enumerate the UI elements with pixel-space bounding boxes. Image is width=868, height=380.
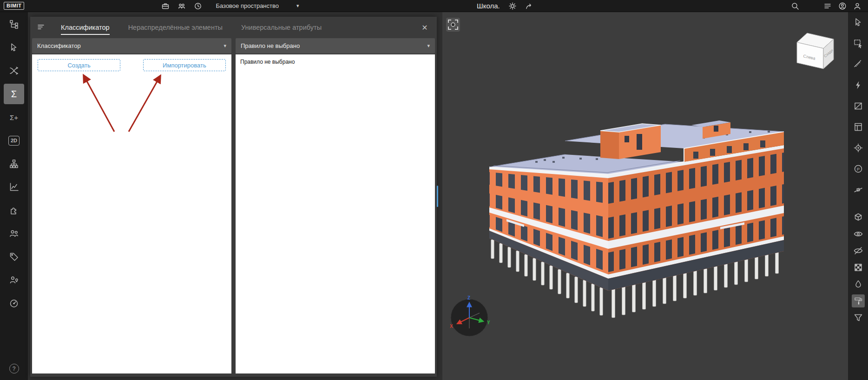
left-toolbar: Σ Σ+ 2D ? bbox=[0, 12, 28, 380]
tool-model-tree[interactable] bbox=[4, 14, 24, 34]
tool-cursor[interactable] bbox=[852, 16, 865, 29]
panel-menu-button[interactable] bbox=[37, 23, 45, 33]
tool-measure[interactable] bbox=[852, 58, 865, 71]
caret-down-icon: ▾ bbox=[427, 43, 430, 49]
tool-dashboard[interactable] bbox=[4, 293, 24, 313]
tool-properties[interactable]: P bbox=[852, 162, 865, 175]
close-panel-button[interactable]: ✕ bbox=[419, 22, 430, 33]
account-circle-icon bbox=[838, 2, 847, 10]
workspace-area: Слева Сзади X Y Z bbox=[28, 12, 848, 380]
tab-unassigned-elements[interactable]: Нераспределённые элементы bbox=[128, 17, 223, 38]
import-classifier-button[interactable]: Импортировать bbox=[143, 59, 226, 71]
clip-plane-icon bbox=[853, 185, 863, 195]
tool-charts[interactable] bbox=[4, 177, 24, 197]
tool-collector-add[interactable]: Σ+ bbox=[4, 107, 24, 127]
pointer-cursor-icon bbox=[9, 42, 19, 53]
tool-drawing-sheet[interactable] bbox=[852, 120, 865, 133]
rules-content: Правило не выбрано bbox=[236, 54, 435, 373]
tool-visibility[interactable] bbox=[852, 227, 865, 240]
user-bust-icon bbox=[853, 2, 861, 10]
right-toolbar: P bbox=[848, 12, 868, 380]
tag-icon bbox=[9, 252, 19, 262]
p-circle-icon: P bbox=[853, 164, 863, 174]
workspace-selector[interactable]: Базовое пространство ▾ bbox=[216, 2, 299, 9]
tool-hierarchy[interactable] bbox=[4, 153, 24, 174]
axis-x-label: X bbox=[450, 324, 453, 329]
sigma-icon: Σ bbox=[11, 89, 17, 99]
tab-universal-attributes[interactable]: Универсальные атрибуты bbox=[241, 17, 322, 38]
classifier-panel: Классификатор Нераспределённые элементы … bbox=[30, 17, 437, 377]
axis-z-label: Z bbox=[467, 295, 470, 300]
tool-locate-element[interactable] bbox=[852, 141, 865, 154]
eye-icon bbox=[853, 229, 863, 239]
tool-filter[interactable] bbox=[852, 311, 865, 324]
tool-isolate[interactable] bbox=[852, 261, 865, 274]
search-icon bbox=[791, 2, 799, 10]
sigma-plus-icon: Σ+ bbox=[10, 114, 18, 121]
classifier-content: Создать Импортировать bbox=[32, 54, 231, 373]
tool-relations[interactable] bbox=[4, 60, 24, 81]
rules-column: Правило не выбрано ▾ Правило не выбрано bbox=[236, 38, 435, 373]
classifier-dropdown-label: Классификатор bbox=[37, 42, 81, 49]
tool-tags[interactable] bbox=[4, 247, 24, 267]
cube-icon bbox=[853, 212, 863, 222]
tool-2d-drawings[interactable]: 2D bbox=[4, 130, 24, 151]
classifier-column: Классификатор ▾ Создать Импортировать bbox=[32, 38, 231, 373]
team-button[interactable] bbox=[178, 2, 186, 10]
classifier-dropdown[interactable]: Классификатор ▾ bbox=[32, 38, 231, 53]
2d-icon: 2D bbox=[8, 136, 20, 146]
team-icon bbox=[178, 2, 186, 10]
tool-select-area[interactable] bbox=[852, 37, 865, 50]
history-button[interactable] bbox=[194, 2, 202, 10]
tool-quick-properties[interactable] bbox=[852, 79, 865, 92]
focus-icon bbox=[446, 18, 460, 32]
tool-paint-roller[interactable] bbox=[852, 294, 865, 307]
project-title: Школа. bbox=[477, 2, 500, 10]
rule-dropdown-label: Правило не выбрано bbox=[241, 42, 300, 49]
tool-plugins[interactable] bbox=[4, 200, 24, 220]
tool-appearance[interactable] bbox=[852, 278, 865, 291]
locate-icon bbox=[853, 143, 863, 153]
viewport-3d[interactable]: Слева Сзади X Y Z bbox=[442, 12, 848, 380]
building-3d-scene: Слева Сзади X Y Z bbox=[442, 12, 848, 380]
project-case-button[interactable] bbox=[161, 2, 170, 10]
tool-user-location[interactable] bbox=[4, 270, 24, 290]
tool-users[interactable] bbox=[4, 223, 24, 244]
person-pin-icon bbox=[9, 275, 19, 285]
caret-down-icon: ▾ bbox=[296, 3, 299, 9]
account-button[interactable] bbox=[838, 2, 847, 10]
tool-hide-elements[interactable] bbox=[852, 244, 865, 257]
focus-selection-button[interactable] bbox=[446, 18, 460, 32]
help-button[interactable]: ? bbox=[9, 364, 19, 373]
rule-empty-text: Правило не выбрано bbox=[236, 54, 435, 69]
rule-dropdown[interactable]: Правило не выбрано ▾ bbox=[236, 38, 435, 53]
model-tree-icon bbox=[9, 19, 19, 29]
puzzle-icon bbox=[9, 205, 19, 215]
profile-button[interactable] bbox=[853, 2, 861, 10]
tool-section-view[interactable] bbox=[852, 100, 865, 113]
app-logo: BIMIT bbox=[4, 2, 24, 10]
paint-roller-icon bbox=[853, 296, 863, 306]
tool-collector[interactable]: Σ bbox=[4, 84, 24, 104]
funnel-icon bbox=[853, 313, 863, 323]
menu-list-button[interactable] bbox=[823, 2, 832, 10]
create-classifier-button[interactable]: Создать bbox=[38, 59, 120, 71]
share-button[interactable] bbox=[525, 2, 533, 10]
search-button[interactable] bbox=[791, 2, 799, 10]
panel-tabs: Классификатор Нераспределённые элементы … bbox=[30, 17, 437, 38]
tab-classifier[interactable]: Классификатор bbox=[61, 17, 110, 38]
menu-lines-icon bbox=[37, 23, 45, 31]
section-icon bbox=[853, 101, 863, 111]
tool-select[interactable] bbox=[4, 37, 24, 58]
tool-small-cube[interactable] bbox=[852, 211, 865, 224]
nav-cube[interactable]: Слева Сзади bbox=[797, 33, 834, 69]
school-building-model bbox=[489, 120, 784, 318]
panel-resize-handle[interactable] bbox=[437, 186, 438, 207]
axis-gizmo[interactable]: X Y Z bbox=[450, 295, 490, 336]
list-icon bbox=[823, 2, 832, 10]
settings-button[interactable] bbox=[508, 2, 517, 10]
eye-off-icon bbox=[853, 246, 863, 256]
droplet-icon bbox=[853, 279, 863, 289]
tool-section-plane[interactable] bbox=[852, 183, 865, 196]
topbar: BIMIT Базовое пространство ▾ Школа. bbox=[0, 0, 868, 12]
